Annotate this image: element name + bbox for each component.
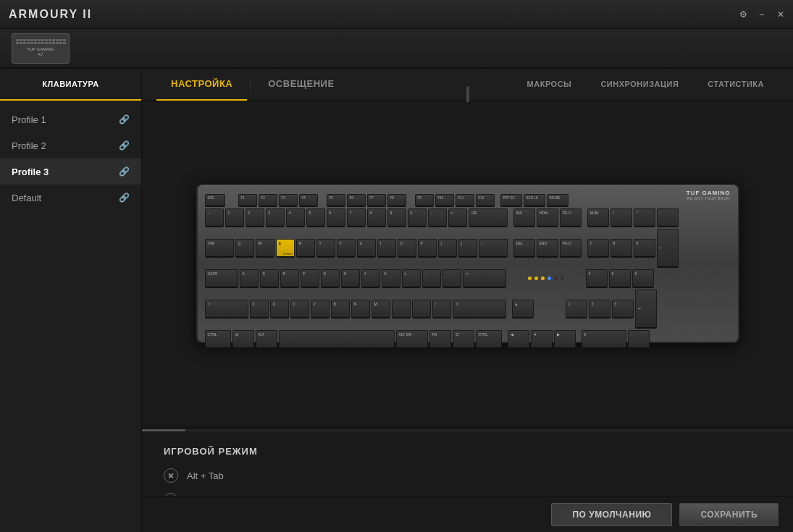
key-3[interactable]: 3 [266, 208, 285, 227]
key-ralt[interactable]: ALT GR [396, 330, 428, 349]
key-g[interactable]: G [321, 269, 340, 288]
main-tab-sync[interactable]: СИНХРОНИЗАЦИЯ [586, 69, 693, 101]
key-q[interactable]: Q [235, 239, 254, 258]
key-num-plus[interactable]: + [657, 229, 679, 268]
key-tab[interactable]: TAB [205, 239, 234, 258]
key-e[interactable]: E Default [276, 239, 295, 258]
key-num-6[interactable]: 6 [632, 269, 654, 288]
key-backspace[interactable]: ⌫ [469, 208, 508, 227]
profile-item-2[interactable]: Profile 2 🔗 [0, 132, 141, 159]
key-f9[interactable]: F9 [415, 194, 434, 207]
key-pause[interactable]: PAUSE [547, 194, 568, 207]
key-lctrl[interactable]: CTRL [205, 330, 231, 349]
key-f6[interactable]: F6 [347, 194, 366, 207]
key-lwin[interactable]: ⊞ [232, 330, 254, 349]
key-fn[interactable]: FN [429, 330, 451, 349]
key-num-0[interactable]: 0 [582, 330, 626, 349]
profile-item-default[interactable]: Default 🔗 [0, 185, 141, 211]
key-slash[interactable]: / [432, 300, 451, 318]
key-minus[interactable]: - [428, 208, 447, 227]
key-num-5[interactable]: 5 [609, 269, 631, 288]
key-6[interactable]: 6 [327, 208, 345, 227]
key-k[interactable]: K [382, 269, 400, 288]
key-caps[interactable]: CAPS [205, 269, 238, 288]
key-lalt[interactable]: ALT [256, 330, 277, 349]
key-f12[interactable]: F12 [476, 194, 495, 207]
key-equals[interactable]: = [448, 208, 467, 227]
key-m[interactable]: M [372, 300, 390, 318]
key-pgdn[interactable]: PG D [560, 239, 582, 258]
minimize-button[interactable]: – [755, 8, 768, 21]
key-9[interactable]: 9 [387, 208, 406, 227]
key-7[interactable]: 7 [347, 208, 366, 227]
key-t[interactable]: T [316, 239, 335, 258]
key-num-4[interactable]: 4 [586, 269, 608, 288]
key-menu[interactable]: ☰ [453, 330, 474, 349]
key-left[interactable]: ◀ [508, 330, 529, 349]
default-button[interactable]: ПО УМОЛЧАНИЮ [551, 503, 672, 526]
key-1[interactable]: 1 [225, 208, 244, 227]
key-right[interactable]: ▶ [554, 330, 576, 349]
key-semicolon[interactable]: ; [422, 269, 441, 288]
key-y[interactable]: Y [337, 239, 356, 258]
key-f1[interactable]: F1 [238, 194, 257, 207]
key-esc[interactable]: ESC [205, 194, 225, 207]
key-f8[interactable]: F8 [387, 194, 406, 207]
key-del[interactable]: DEL [513, 239, 535, 258]
key-num-minus[interactable]: - [657, 208, 679, 227]
key-num-div[interactable]: / [611, 208, 632, 227]
key-ins[interactable]: INS [513, 208, 535, 227]
key-f7[interactable]: F7 [367, 194, 386, 207]
key-enter[interactable]: ↵ [463, 269, 506, 288]
close-button[interactable]: ✕ [774, 8, 787, 21]
key-5[interactable]: 5 [306, 208, 325, 227]
key-n[interactable]: N [351, 300, 370, 318]
key-f[interactable]: F [301, 269, 319, 288]
settings-icon-1[interactable] [164, 468, 178, 483]
scroll-bar[interactable] [142, 429, 185, 431]
key-num-lock[interactable]: NUM [587, 208, 609, 227]
main-tab-stats[interactable]: СТАТИСТИКА [693, 69, 779, 101]
key-num-3[interactable]: 3 [612, 300, 634, 318]
key-4[interactable]: 4 [286, 208, 305, 227]
key-c[interactable]: C [290, 300, 309, 318]
key-end[interactable]: END [537, 239, 558, 258]
key-prtsc[interactable]: PRT SC [500, 194, 522, 207]
key-2[interactable]: 2 [246, 208, 264, 227]
key-r[interactable]: R [296, 239, 315, 258]
key-num-8[interactable]: 8 [611, 239, 632, 258]
key-8[interactable]: 8 [367, 208, 386, 227]
device-icon[interactable]: TUF GAMING K7 [12, 33, 70, 64]
key-p[interactable]: P [418, 239, 437, 258]
key-0[interactable]: 0 [408, 208, 427, 227]
key-backslash[interactable]: \ [479, 239, 508, 258]
key-num-9[interactable]: 9 [634, 239, 655, 258]
key-home[interactable]: HOM [537, 208, 558, 227]
key-period[interactable]: . [412, 300, 431, 318]
key-down[interactable]: ▼ [531, 330, 553, 349]
key-scroll[interactable]: SCR LK [524, 194, 545, 207]
key-rctrl[interactable]: CTRL [476, 330, 502, 349]
key-num-enter[interactable]: ↵ [635, 290, 657, 329]
sub-tab-lighting[interactable]: ОСВЕЩЕНИЕ [253, 69, 348, 101]
key-l[interactable]: L [402, 269, 421, 288]
key-f11[interactable]: F11 [456, 194, 474, 207]
key-f10[interactable]: F10 [435, 194, 454, 207]
key-num-1[interactable]: 1 [566, 300, 587, 318]
key-u[interactable]: U [357, 239, 376, 258]
key-num-7[interactable]: 7 [587, 239, 609, 258]
key-w[interactable]: W [256, 239, 274, 258]
key-pgup[interactable]: PG U [560, 208, 582, 227]
profile-item-3[interactable]: Profile 3 🔗 [0, 159, 141, 185]
key-b[interactable]: B [331, 300, 350, 318]
key-quote[interactable]: ' [442, 269, 461, 288]
key-num-2[interactable]: 2 [589, 300, 611, 318]
key-num-mul[interactable]: * [634, 208, 655, 227]
key-lbracket[interactable]: [ [438, 239, 457, 258]
sidebar-tab-keyboard[interactable]: КЛАВИАТУРА [0, 69, 141, 101]
save-button[interactable]: СОХРАНИТЬ [679, 503, 779, 526]
key-f3[interactable]: F3 [279, 194, 298, 207]
key-s[interactable]: S [260, 269, 279, 288]
key-a[interactable]: A [240, 269, 259, 288]
key-o[interactable]: O [398, 239, 416, 258]
